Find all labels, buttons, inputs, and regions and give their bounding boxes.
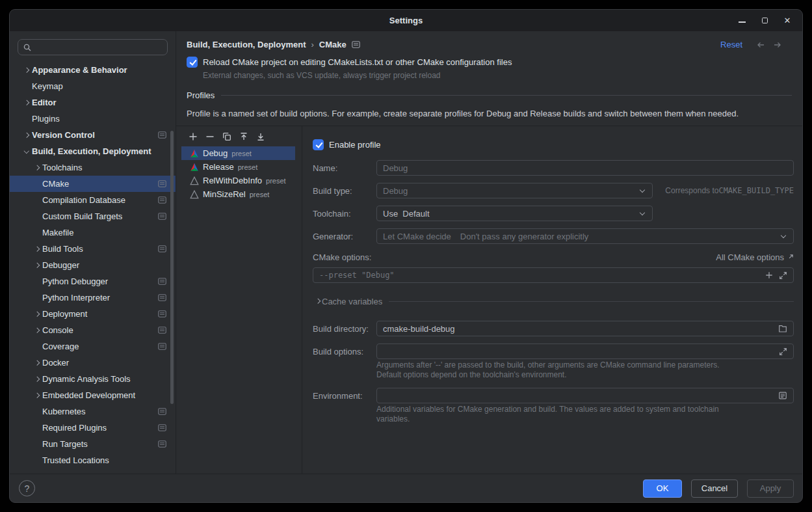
tree-chevron-icon[interactable] xyxy=(32,260,42,271)
sidebar-tree-item[interactable]: Custom Build Targets xyxy=(10,208,176,224)
profile-list-item[interactable]: Debug preset xyxy=(181,146,295,160)
all-cmake-options-link[interactable]: All CMake options xyxy=(716,252,794,262)
sidebar-tree-item[interactable]: Python Interpreter xyxy=(10,290,176,306)
tree-item-label: Docker xyxy=(42,358,69,368)
profile-list-item[interactable]: RelWithDebInfo preset xyxy=(181,174,295,187)
move-up-icon xyxy=(239,132,248,141)
minimize-button[interactable] xyxy=(733,12,750,29)
sidebar-tree-item[interactable]: Build Tools xyxy=(10,241,176,257)
sidebar-tree-item[interactable]: Build, Execution, Deployment xyxy=(10,143,176,159)
tree-chevron-icon[interactable] xyxy=(21,130,32,141)
sidebar-tree-item[interactable]: Editor xyxy=(10,94,176,111)
tree-chevron-icon[interactable] xyxy=(32,309,42,319)
move-down-button[interactable] xyxy=(256,132,265,141)
move-up-button[interactable] xyxy=(239,132,248,141)
reload-checkbox-row[interactable]: Reload CMake project on editing CMakeLis… xyxy=(187,57,792,68)
sidebar-tree-item[interactable]: Compilation Database xyxy=(10,192,176,208)
ok-button[interactable]: OK xyxy=(643,479,682,498)
tree-chevron-icon[interactable] xyxy=(32,163,42,173)
sidebar-tree-item[interactable]: Makefile xyxy=(10,224,176,241)
sidebar-tree-item[interactable]: Console xyxy=(10,322,176,338)
name-label: Name: xyxy=(313,163,376,173)
sidebar-tree-item[interactable]: Coverage xyxy=(10,338,176,355)
toolchain-select[interactable]: Use Default xyxy=(376,206,653,221)
maximize-button[interactable] xyxy=(756,12,773,29)
remove-profile-button[interactable] xyxy=(205,132,215,141)
tree-chevron-icon[interactable] xyxy=(32,195,42,206)
tree-chevron-icon[interactable] xyxy=(32,244,42,254)
add-profile-button[interactable] xyxy=(189,132,198,141)
sidebar-tree-item[interactable]: CMake xyxy=(10,176,176,192)
sidebar-tree-item[interactable]: Run Targets xyxy=(10,436,176,452)
settings-window: Settings ✕ Appearance & Behavior Keymap … xyxy=(9,9,803,503)
sidebar-tree-item[interactable]: Kubernetes xyxy=(10,403,176,420)
tree-chevron-icon[interactable] xyxy=(21,65,32,75)
folder-icon[interactable] xyxy=(778,324,787,333)
sidebar-tree-item[interactable]: Trusted Locations xyxy=(10,452,176,468)
project-settings-icon xyxy=(158,196,166,204)
tree-chevron-icon[interactable] xyxy=(32,439,42,450)
sidebar-tree-item[interactable]: Debugger xyxy=(10,257,176,273)
sidebar-tree-item[interactable]: Python Debugger xyxy=(10,273,176,290)
build-options-hint: Arguments after '--' are passed to the b… xyxy=(376,360,794,380)
tree-chevron-icon[interactable] xyxy=(32,390,42,401)
tree-chevron-icon[interactable] xyxy=(21,98,32,108)
tree-chevron-icon[interactable] xyxy=(32,211,42,222)
copy-profile-button[interactable] xyxy=(222,132,231,141)
project-settings-icon xyxy=(158,327,166,334)
tree-chevron-icon[interactable] xyxy=(21,146,32,157)
profile-name: RelWithDebInfo xyxy=(203,176,262,185)
sidebar-tree-item[interactable]: Embedded Development xyxy=(10,387,176,403)
profile-list-item[interactable]: MinSizeRel preset xyxy=(181,187,295,201)
tree-chevron-icon[interactable] xyxy=(32,455,42,466)
tree-chevron-icon[interactable] xyxy=(32,407,42,417)
reset-link[interactable]: Reset xyxy=(720,40,742,49)
tree-item-label: Version Control xyxy=(32,130,95,140)
toolchain-value: Use Default xyxy=(383,209,430,219)
generator-extra: Don't pass any generator explicitly xyxy=(460,232,589,241)
sidebar-tree-item[interactable]: Dynamic Analysis Tools xyxy=(10,371,176,387)
reload-label: Reload CMake project on editing CMakeLis… xyxy=(203,57,512,67)
tree-chevron-icon[interactable] xyxy=(21,114,32,124)
move-down-icon xyxy=(256,132,265,141)
tree-chevron-icon[interactable] xyxy=(32,276,42,287)
breadcrumb-parent[interactable]: Build, Execution, Deployment xyxy=(187,40,306,49)
expand-icon[interactable] xyxy=(779,271,787,280)
variables-icon[interactable] xyxy=(778,391,787,400)
sidebar-tree-item[interactable]: Plugins xyxy=(10,111,176,127)
tree-chevron-icon[interactable] xyxy=(32,342,42,352)
sidebar-tree-item[interactable]: Required Plugins xyxy=(10,420,176,436)
enable-profile-checkbox[interactable] xyxy=(313,139,324,150)
cancel-button[interactable]: Cancel xyxy=(691,479,738,498)
tree-chevron-icon[interactable] xyxy=(32,374,42,384)
sidebar-tree-item[interactable]: Appearance & Behavior xyxy=(10,62,176,78)
tree-chevron-icon[interactable] xyxy=(32,179,42,189)
search-input[interactable] xyxy=(35,42,163,52)
tree-chevron-icon[interactable] xyxy=(32,228,42,238)
settings-search[interactable] xyxy=(18,39,168,55)
tree-chevron-icon[interactable] xyxy=(32,358,42,368)
sidebar-tree-item[interactable]: Docker xyxy=(10,355,176,371)
tree-item-label: Compilation Database xyxy=(42,195,125,205)
sidebar-tree-item[interactable]: Keymap xyxy=(10,78,176,94)
reload-checkbox[interactable] xyxy=(187,57,198,68)
tree-chevron-icon[interactable] xyxy=(21,81,32,92)
tree-chevron-icon[interactable] xyxy=(32,293,42,303)
add-option-icon[interactable] xyxy=(765,271,773,279)
profile-name: Release xyxy=(203,162,234,172)
cache-variables-toggle[interactable]: Cache variables xyxy=(313,295,794,308)
close-button[interactable]: ✕ xyxy=(779,12,796,29)
window-titlebar: Settings ✕ xyxy=(10,10,802,31)
sidebar-tree-item[interactable]: Toolchains xyxy=(10,159,176,176)
profile-list-item[interactable]: Release preset xyxy=(181,160,295,174)
tree-chevron-icon[interactable] xyxy=(32,325,42,336)
help-button[interactable]: ? xyxy=(19,480,35,496)
tree-chevron-icon[interactable] xyxy=(32,423,42,433)
expand-icon[interactable] xyxy=(779,347,787,356)
sidebar-tree-item[interactable]: Deployment xyxy=(10,306,176,322)
enable-profile-row[interactable]: Enable profile xyxy=(313,138,794,151)
tree-item-label: Coverage xyxy=(42,342,79,351)
sidebar-tree-item[interactable]: Version Control xyxy=(10,127,176,143)
chevron-right-icon xyxy=(313,296,322,306)
sidebar-scrollbar[interactable] xyxy=(170,131,174,404)
